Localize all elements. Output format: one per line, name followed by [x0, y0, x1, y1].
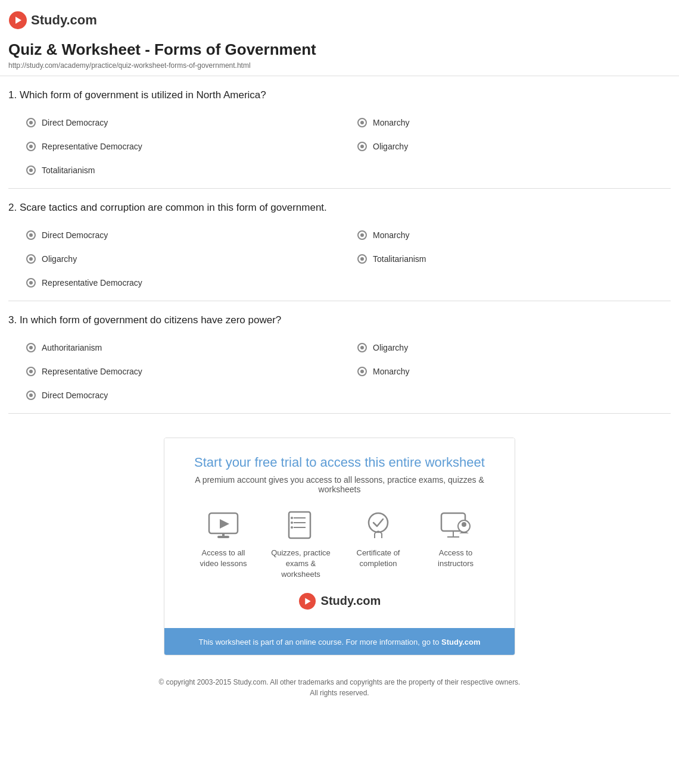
- answer-q2-direct-democracy[interactable]: Direct Democracy: [8, 223, 340, 247]
- radio-icon[interactable]: [357, 343, 367, 352]
- answer-label: Totalitarianism: [373, 254, 426, 264]
- promo-features: Access to allvideo lessons Quizzes, prac…: [182, 508, 497, 580]
- answer-q1-oligarchy[interactable]: Oligarchy: [340, 135, 671, 158]
- answer-label: Monarchy: [373, 230, 409, 240]
- radio-icon[interactable]: [357, 142, 367, 151]
- answer-q3-direct-democracy[interactable]: Direct Democracy: [8, 383, 340, 407]
- answer-label: Direct Democracy: [42, 391, 108, 400]
- answer-label: Totalitarianism: [42, 165, 95, 175]
- svg-rect-6: [289, 512, 310, 538]
- question-2: 2. Scare tactics and corruption are comm…: [8, 189, 671, 301]
- answer-label: Direct Democracy: [42, 230, 108, 240]
- question-2-answers: Direct Democracy Monarchy Oligarchy Tota…: [8, 223, 671, 295]
- radio-icon[interactable]: [357, 230, 367, 240]
- promo-feature-certificate: Certificate ofcompletion: [345, 508, 411, 580]
- question-1-answers: Direct Democracy Monarchy Representative…: [8, 111, 671, 182]
- certificate-label: Certificate ofcompletion: [357, 548, 400, 569]
- answer-label: Oligarchy: [42, 254, 77, 264]
- svg-point-12: [291, 526, 293, 529]
- page-title: Quiz & Worksheet - Forms of Government: [8, 40, 671, 59]
- radio-icon[interactable]: [26, 391, 36, 400]
- answer-label: Oligarchy: [373, 142, 408, 151]
- instructors-label: Access toinstructors: [438, 548, 474, 569]
- svg-point-11: [291, 521, 293, 524]
- radio-icon[interactable]: [26, 367, 36, 376]
- answer-q2-representative-democracy[interactable]: Representative Democracy: [8, 271, 340, 295]
- video-lessons-label: Access to allvideo lessons: [200, 548, 247, 569]
- footer-rights: All rights reserved.: [8, 689, 671, 697]
- answer-q2-totalitarianism[interactable]: Totalitarianism: [340, 247, 671, 271]
- promo-feature-instructors: Access toinstructors: [423, 508, 488, 580]
- radio-icon[interactable]: [26, 343, 36, 352]
- question-3-text: 3. In which form of government do citize…: [8, 314, 671, 326]
- radio-icon[interactable]: [357, 367, 367, 376]
- svg-marker-3: [220, 519, 229, 529]
- svg-point-22: [462, 522, 466, 527]
- quizzes-icon: [284, 508, 317, 542]
- answer-label: Authoritarianism: [42, 343, 102, 352]
- page-url: http://study.com/academy/practice/quiz-w…: [8, 61, 671, 70]
- question-3-answers: Authoritarianism Oligarchy Representativ…: [8, 336, 671, 407]
- promo-logo: Study.com: [182, 592, 497, 610]
- answer-label: Direct Democracy: [42, 118, 108, 127]
- header: Study.com Quiz & Worksheet - Forms of Go…: [0, 0, 679, 76]
- answer-label: Monarchy: [373, 118, 409, 127]
- answer-q3-monarchy[interactable]: Monarchy: [340, 360, 671, 383]
- answer-q1-monarchy[interactable]: Monarchy: [340, 111, 671, 135]
- instructors-icon: [439, 508, 472, 542]
- promo-box: Start your free trial to access this ent…: [164, 438, 515, 655]
- promo-feature-quizzes: Quizzes, practiceexams & worksheets: [268, 508, 334, 580]
- svg-rect-5: [222, 533, 225, 537]
- answer-q1-direct-democracy[interactable]: Direct Democracy: [8, 111, 340, 135]
- answer-q1-totalitarianism[interactable]: Totalitarianism: [8, 158, 340, 182]
- certificate-icon: [362, 508, 395, 542]
- promo-subtitle: A premium account gives you access to al…: [182, 475, 497, 494]
- radio-icon[interactable]: [357, 118, 367, 127]
- promo-bottom-text: This worksheet is part of an online cour…: [198, 638, 480, 646]
- radio-icon[interactable]: [26, 142, 36, 151]
- svg-point-10: [291, 517, 293, 519]
- answer-label: Oligarchy: [373, 343, 408, 352]
- answer-q1-representative-democracy[interactable]: Representative Democracy: [8, 135, 340, 158]
- promo-title: Start your free trial to access this ent…: [182, 455, 497, 470]
- radio-icon[interactable]: [26, 254, 36, 264]
- logo-icon: [8, 11, 27, 30]
- promo-logo-icon: [298, 592, 316, 610]
- radio-icon[interactable]: [26, 278, 36, 288]
- question-2-text: 2. Scare tactics and corruption are comm…: [8, 202, 671, 214]
- footer: © copyright 2003-2015 Study.com. All oth…: [8, 667, 671, 711]
- answer-label: Representative Democracy: [42, 367, 142, 376]
- answer-label: Representative Democracy: [42, 278, 142, 288]
- promo-bottom-link[interactable]: Study.com: [441, 638, 481, 646]
- question-1: 1. Which form of government is utilized …: [8, 76, 671, 189]
- question-3: 3. In which form of government do citize…: [8, 301, 671, 414]
- question-1-text: 1. Which form of government is utilized …: [8, 89, 671, 101]
- radio-icon[interactable]: [357, 254, 367, 264]
- radio-icon[interactable]: [26, 118, 36, 127]
- logo-text: Study.com: [31, 13, 97, 28]
- answer-q2-oligarchy[interactable]: Oligarchy: [8, 247, 340, 271]
- quizzes-label: Quizzes, practiceexams & worksheets: [268, 548, 334, 580]
- answer-label: Representative Democracy: [42, 142, 142, 151]
- answer-q3-oligarchy[interactable]: Oligarchy: [340, 336, 671, 360]
- answer-q3-authoritarianism[interactable]: Authoritarianism: [8, 336, 340, 360]
- video-lessons-icon: [207, 508, 240, 542]
- footer-copyright: © copyright 2003-2015 Study.com. All oth…: [8, 678, 671, 686]
- answer-label: Monarchy: [373, 367, 409, 376]
- logo: Study.com: [8, 11, 671, 30]
- main-content: 1. Which form of government is utilized …: [0, 76, 679, 711]
- radio-icon[interactable]: [26, 165, 36, 175]
- answer-q2-monarchy[interactable]: Monarchy: [340, 223, 671, 247]
- promo-top: Start your free trial to access this ent…: [164, 438, 515, 628]
- answer-q3-representative-democracy[interactable]: Representative Democracy: [8, 360, 340, 383]
- svg-point-13: [369, 513, 388, 532]
- promo-logo-text: Study.com: [321, 594, 381, 608]
- radio-icon[interactable]: [26, 230, 36, 240]
- promo-bottom: This worksheet is part of an online cour…: [164, 628, 515, 655]
- promo-feature-video: Access to allvideo lessons: [191, 508, 256, 580]
